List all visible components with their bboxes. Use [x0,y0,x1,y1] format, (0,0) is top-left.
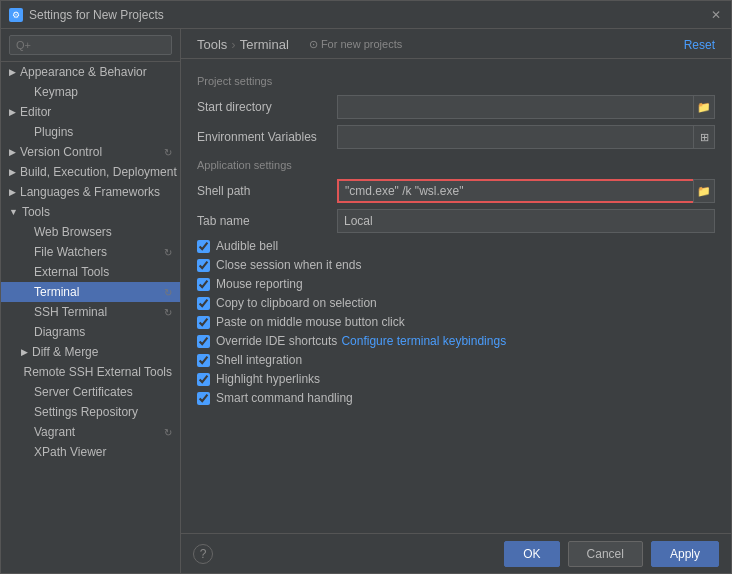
sidebar-item-build[interactable]: ▶Build, Execution, Deployment [1,162,180,182]
sidebar-item-plugins[interactable]: Plugins [1,122,180,142]
sidebar-item-label: Keymap [34,85,78,99]
project-settings-label: Project settings [197,75,715,87]
checkbox-close-session[interactable] [197,259,210,272]
start-directory-label: Start directory [197,100,337,114]
checkbox-label-highlight-hyperlinks: Highlight hyperlinks [216,372,320,386]
start-directory-browse-btn[interactable]: 📁 [693,95,715,119]
sidebar-item-file-watchers[interactable]: File Watchers↻ [1,242,180,262]
checkbox-audible-bell[interactable] [197,240,210,253]
settings-content: Project settings Start directory 📁 Envir… [181,59,731,533]
checkbox-row-close-session: Close session when it ends [197,258,715,272]
sidebar-item-label: Version Control [20,145,102,159]
breadcrumb-current: Terminal [240,37,289,52]
sidebar-item-label: Vagrant [34,425,75,439]
checkbox-smart-command[interactable] [197,392,210,405]
sidebar-item-server-certs[interactable]: Server Certificates [1,382,180,402]
sidebar-item-diff-merge[interactable]: ▶Diff & Merge [1,342,180,362]
checkbox-row-copy-clipboard: Copy to clipboard on selection [197,296,715,310]
sidebar-item-settings-repo[interactable]: Settings Repository [1,402,180,422]
checkbox-shell-integration[interactable] [197,354,210,367]
sidebar-item-editor[interactable]: ▶Editor [1,102,180,122]
sidebar-item-xpath[interactable]: XPath Viewer [1,442,180,462]
sync-icon: ↻ [164,147,172,158]
sidebar-item-label: Web Browsers [34,225,112,239]
arrow-icon: ▶ [9,167,16,177]
search-box [1,29,180,62]
app-settings-label: Application settings [197,159,715,171]
sidebar-item-terminal[interactable]: Terminal↻ [1,282,180,302]
sidebar-item-external-tools[interactable]: External Tools [1,262,180,282]
bottom-bar: ? OK Cancel Apply [181,533,731,573]
sidebar-item-label: Remote SSH External Tools [23,365,172,379]
sidebar-item-remote-ssh[interactable]: Remote SSH External Tools [1,362,180,382]
checkbox-label-shell-integration: Shell integration [216,353,302,367]
checkbox-row-override-ide: Override IDE shortcutsConfigure terminal… [197,334,715,348]
sidebar-item-languages[interactable]: ▶Languages & Frameworks [1,182,180,202]
sidebar-item-keymap[interactable]: Keymap [1,82,180,102]
apply-button[interactable]: Apply [651,541,719,567]
checkbox-paste-middle[interactable] [197,316,210,329]
tab-name-input[interactable] [337,209,715,233]
arrow-icon: ▶ [21,347,28,357]
shell-path-input[interactable] [337,179,693,203]
sidebar-item-label: Build, Execution, Deployment [20,165,177,179]
shell-path-browse-btn[interactable]: 📁 [693,179,715,203]
arrow-icon: ▶ [9,107,16,117]
sidebar-item-label: Server Certificates [34,385,133,399]
reset-button[interactable]: Reset [684,38,715,52]
main-header: Tools › Terminal ⊙ For new projects Rese… [181,29,731,59]
start-directory-input[interactable] [337,95,693,119]
for-new-projects-label: ⊙ For new projects [309,38,402,51]
shell-path-field: 📁 [337,179,715,203]
sync-icon: ↻ [164,427,172,438]
checkbox-label-mouse-reporting: Mouse reporting [216,277,303,291]
arrow-icon: ▶ [9,67,16,77]
shell-path-row: Shell path 📁 [197,179,715,203]
shell-path-label: Shell path [197,184,337,198]
sidebar-item-ssh-terminal[interactable]: SSH Terminal↻ [1,302,180,322]
env-vars-row: Environment Variables ⊞ [197,125,715,149]
sidebar-item-label: Terminal [34,285,79,299]
checkbox-label-override-ide: Override IDE shortcuts [216,334,337,348]
close-button[interactable]: ✕ [709,8,723,22]
title-bar: ⚙ Settings for New Projects ✕ [1,1,731,29]
app-icon: ⚙ [9,8,23,22]
content-area: ▶Appearance & BehaviorKeymap▶EditorPlugi… [1,29,731,573]
sidebar-item-label: SSH Terminal [34,305,107,319]
sidebar-item-version-control[interactable]: ▶Version Control↻ [1,142,180,162]
configure-keybindings-link[interactable]: Configure terminal keybindings [341,334,506,348]
sidebar-item-vagrant[interactable]: Vagrant↻ [1,422,180,442]
arrow-icon: ▼ [9,207,18,217]
help-button[interactable]: ? [193,544,213,564]
checkbox-copy-clipboard[interactable] [197,297,210,310]
sidebar: ▶Appearance & BehaviorKeymap▶EditorPlugi… [1,29,181,573]
checkbox-row-smart-command: Smart command handling [197,391,715,405]
sidebar-item-appearance[interactable]: ▶Appearance & Behavior [1,62,180,82]
checkbox-label-copy-clipboard: Copy to clipboard on selection [216,296,377,310]
ok-button[interactable]: OK [504,541,559,567]
checkboxes-list: Audible bellClose session when it endsMo… [197,239,715,405]
sidebar-item-label: Diff & Merge [32,345,98,359]
checkbox-mouse-reporting[interactable] [197,278,210,291]
checkbox-label-smart-command: Smart command handling [216,391,353,405]
sidebar-item-web-browsers[interactable]: Web Browsers [1,222,180,242]
env-vars-edit-btn[interactable]: ⊞ [693,125,715,149]
breadcrumb-separator: › [231,37,235,52]
checkbox-row-shell-integration: Shell integration [197,353,715,367]
dialog-buttons: OK Cancel Apply [504,541,719,567]
checkbox-highlight-hyperlinks[interactable] [197,373,210,386]
sidebar-item-label: Settings Repository [34,405,138,419]
arrow-icon: ▶ [9,147,16,157]
sync-icon: ↻ [164,307,172,318]
sidebar-item-tools[interactable]: ▼Tools [1,202,180,222]
checkbox-override-ide[interactable] [197,335,210,348]
cancel-button[interactable]: Cancel [568,541,643,567]
checkbox-row-mouse-reporting: Mouse reporting [197,277,715,291]
env-vars-label: Environment Variables [197,130,337,144]
sidebar-item-label: External Tools [34,265,109,279]
search-input[interactable] [9,35,172,55]
start-directory-field: 📁 [337,95,715,119]
env-vars-input[interactable] [337,125,693,149]
sidebar-item-diagrams[interactable]: Diagrams [1,322,180,342]
sidebar-item-label: Editor [20,105,51,119]
